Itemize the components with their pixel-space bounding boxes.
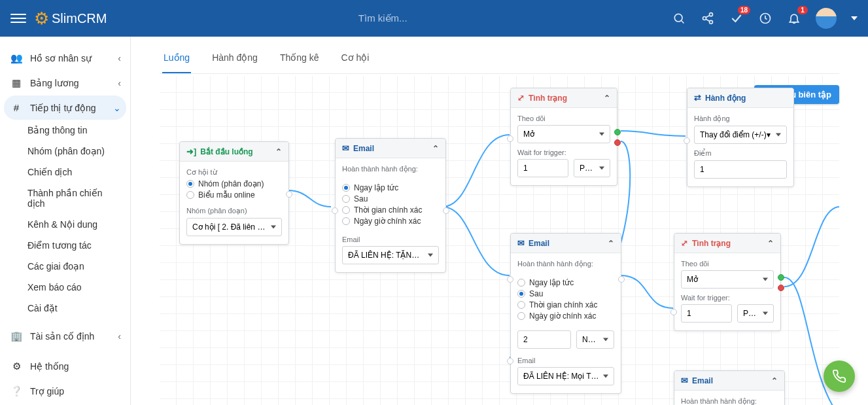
label-wait: Wait for trigger: [517, 149, 610, 156]
sidebar-sub-campaign[interactable]: Chiến dịch [0, 162, 130, 183]
input-point[interactable] [694, 160, 787, 179]
select-delay-unit[interactable]: Ngày [576, 330, 614, 349]
building-icon: 🏢 [9, 330, 24, 342]
login-icon: ➜] [186, 147, 196, 156]
sidebar-item-system[interactable]: ⚙ Hệ thống [0, 354, 130, 379]
node-email-1[interactable]: ✉Email⌃ Hoàn thành hành động: Ngay lập t… [335, 138, 446, 273]
node-email-3[interactable]: ✉Email⌃ Hoàn thành hành động: [674, 370, 785, 405]
sidebar-item-automation[interactable]: # Tiếp thị tự động ⌄ [4, 96, 126, 120]
sidebar-sub-settings[interactable]: Cài đặt [0, 298, 130, 319]
bell-icon[interactable]: 1 [787, 11, 801, 26]
node-status-2[interactable]: ⤢Tình trạng⌃ Theo dõi Mở Wait for trigge… [674, 233, 781, 331]
select-action[interactable]: Thay đổi điểm (+/-)▾ [694, 126, 787, 144]
flow-canvas[interactable]: Công cụ biên tập ➜]Bắt đầu luồng⌃ Cơ hội… [160, 76, 839, 405]
select-wait-unit[interactable]: Phút [737, 304, 774, 323]
sidebar-sub-channels[interactable]: Kênh & Nội dung [0, 214, 130, 235]
radio-segment[interactable]: Nhóm (phân đoạn) [186, 179, 282, 188]
input-wait-value[interactable] [517, 159, 568, 177]
sidebar-sub-stages[interactable]: Các giai đoạn [0, 256, 130, 277]
radio-immediate[interactable]: Ngay lập tức [342, 183, 439, 192]
port-out[interactable] [286, 191, 292, 198]
select-follow[interactable]: Mở [517, 125, 610, 143]
sidebar-item-hr[interactable]: 👥 Hồ sơ nhân sự ‹ [0, 46, 130, 71]
label-action: Hành động [694, 114, 787, 123]
tab-stats[interactable]: Thống kê [279, 43, 321, 73]
radio-exact-time[interactable]: Thời gian chính xác [517, 300, 614, 309]
brand-name: SlimCRM [52, 11, 107, 26]
collapse-icon[interactable]: ⌃ [275, 147, 282, 156]
tab-opportunity[interactable]: Cơ hội [339, 43, 370, 73]
radio-form[interactable]: Biểu mẫu online [186, 190, 282, 200]
sidebar-item-help[interactable]: ❔ Trợ giúp [0, 379, 130, 404]
sidebar-sub-reports[interactable]: Xem báo cáo [0, 277, 130, 298]
collapse-icon[interactable]: ⌃ [767, 239, 774, 248]
node-title: Email [353, 144, 374, 153]
radio-exact-datetime[interactable]: Ngày giờ chính xác [342, 217, 439, 226]
label-point: Điểm [694, 149, 787, 158]
label-complete: Hoàn thành hành động: [517, 260, 614, 268]
svg-line-5 [706, 15, 710, 17]
gear-icon: ⚙ [34, 9, 49, 29]
port-out-yes[interactable] [614, 129, 621, 135]
collapse-icon[interactable]: ⌃ [608, 239, 614, 248]
radio-exact-datetime[interactable]: Ngày giờ chính xác [517, 311, 614, 321]
input-wait-value[interactable] [681, 304, 732, 323]
node-status-1[interactable]: ⤢Tình trạng⌃ Theo dõi Mở Wait for trigge… [510, 88, 617, 186]
tab-action[interactable]: Hành động [211, 43, 259, 73]
sidebar-sub-scoring[interactable]: Điểm tương tác [0, 235, 130, 256]
input-delay-value[interactable] [517, 330, 571, 349]
search-area[interactable]: Tìm kiếm... [107, 12, 659, 24]
node-title: Email [529, 239, 549, 248]
radio-immediate[interactable]: Ngay lập tức [517, 278, 614, 287]
node-title: Bắt đầu luồng [200, 147, 252, 156]
select-follow[interactable]: Mở [681, 270, 774, 289]
node-email-2[interactable]: ✉Email⌃ Hoàn thành hành động: Ngay lập t… [510, 233, 621, 394]
share-icon[interactable] [701, 11, 715, 26]
port-in[interactable] [507, 276, 513, 283]
port-in[interactable] [670, 309, 677, 315]
sidebar-item-payroll[interactable]: ▦ Bảng lương ‹ [0, 71, 130, 96]
avatar[interactable] [816, 8, 837, 29]
tab-flow[interactable]: Luồng [162, 43, 191, 73]
grid-icon: ▦ [9, 77, 24, 89]
svg-point-2 [710, 13, 713, 16]
sidebar-sub-dashboard[interactable]: Bảng thông tin [0, 120, 130, 141]
node-action[interactable]: ⇄Hành động Hành động Thay đổi điểm (+/-)… [687, 88, 794, 187]
menu-toggle[interactable] [10, 10, 26, 26]
sidebar-item-assets[interactable]: 🏢 Tài sản cố định ‹ [0, 324, 130, 349]
search-icon[interactable] [672, 11, 686, 26]
radio-after[interactable]: Sau [517, 289, 614, 298]
help-icon: ❔ [9, 385, 24, 397]
port-out-yes[interactable] [778, 274, 784, 281]
chevron-left-icon: ‹ [118, 78, 121, 88]
select-email-template[interactable]: ĐÃ LIÊN HỆ: Mọi Thứ Về B▾ [517, 367, 614, 385]
phone-fab[interactable] [824, 361, 855, 392]
port-out[interactable] [443, 207, 449, 214]
collapse-icon[interactable]: ⌃ [771, 376, 778, 385]
port-in[interactable] [332, 207, 338, 214]
radio-exact-time[interactable]: Thời gian chính xác [342, 205, 439, 215]
sidebar-item-label: Tiếp thị tự động [30, 103, 96, 113]
check-icon[interactable]: 18 [729, 11, 744, 26]
sidebar-sub-segments[interactable]: Nhóm (phân đoạn) [0, 141, 130, 162]
port-out[interactable] [618, 276, 625, 283]
svg-point-0 [674, 14, 682, 22]
collapse-icon[interactable]: ⌃ [432, 144, 439, 153]
port-in[interactable] [507, 135, 513, 142]
brand-logo[interactable]: ⚙ SlimCRM [34, 9, 107, 29]
collapse-icon[interactable]: ⌃ [604, 94, 610, 103]
port-in-2[interactable] [507, 358, 513, 364]
select-email-template[interactable]: ĐÃ LIÊN HỆ: TẶNG EBOOK▾ [342, 246, 439, 264]
sidebar-sub-components[interactable]: Thành phần chiến dịch [0, 183, 130, 214]
user-menu-caret[interactable] [851, 16, 858, 20]
clock-icon[interactable] [758, 11, 773, 26]
select-segment[interactable]: Cơ hội [ 2. Đã liên hệ ▾ [186, 218, 282, 236]
expand-icon: ⤢ [517, 93, 525, 103]
port-in[interactable] [684, 137, 690, 144]
transfer-icon: ⇄ [694, 93, 701, 103]
radio-after[interactable]: Sau [342, 194, 439, 203]
port-out-no[interactable] [614, 139, 621, 146]
port-out-no[interactable] [778, 285, 784, 291]
select-wait-unit[interactable]: Phút [574, 159, 610, 177]
node-start[interactable]: ➜]Bắt đầu luồng⌃ Cơ hội từ Nhóm (phân đo… [179, 141, 289, 245]
